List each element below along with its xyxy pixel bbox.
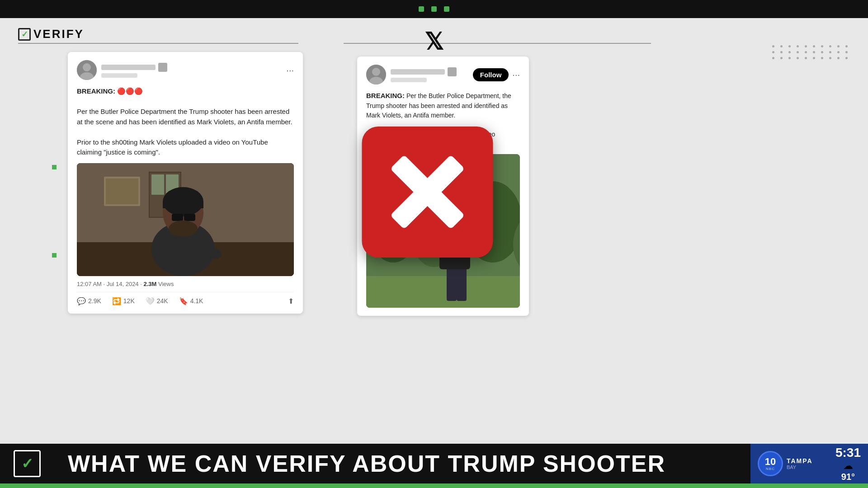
dot	[845, 51, 848, 53]
blurred-handle-left	[101, 73, 137, 78]
dot	[797, 45, 799, 47]
main-area: ✓ VERIFY 𝕏	[0, 18, 868, 488]
verify-logo-text: VERIFY	[33, 27, 84, 41]
dot	[813, 57, 815, 59]
verified-badge-left	[158, 63, 167, 72]
dot	[837, 57, 840, 59]
svg-point-22	[372, 68, 380, 76]
dot	[829, 45, 831, 47]
like-count: 24K	[157, 297, 168, 305]
false-indicator-overlay	[362, 127, 493, 258]
dot	[845, 57, 848, 59]
dot	[829, 57, 831, 59]
station-weather-area: 5:31 ☁ 91°	[835, 446, 861, 482]
tweet-username-block-left	[101, 63, 167, 78]
blurred-username-left	[101, 65, 156, 70]
dot	[813, 45, 815, 47]
decorative-dots-pattern	[772, 45, 850, 59]
tweet-more-button-right[interactable]: ···	[512, 70, 520, 80]
verified-badge-right	[448, 67, 457, 76]
breaking-label-right: BREAKING:	[366, 92, 405, 99]
headline-text: WHAT WE CAN VERIFY ABOUT TRUMP SHOOTER	[68, 450, 665, 477]
dot	[845, 45, 848, 47]
tweet-timestamp-left: 12:07 AM · Jul 14, 2024 · 2.3M Views	[77, 281, 294, 287]
share-action[interactable]: ⬆	[288, 297, 294, 305]
dot	[837, 45, 840, 47]
svg-rect-31	[457, 267, 467, 301]
top-bar	[0, 0, 868, 18]
svg-point-1	[83, 63, 91, 71]
comment-action[interactable]: 💬 2.9K	[77, 297, 101, 305]
green-indicator-top	[52, 165, 57, 169]
dot	[780, 51, 783, 53]
svg-rect-6	[106, 178, 138, 204]
dot	[788, 51, 791, 53]
tweet-text-1-left: Per the Butler Police Department the Tru…	[77, 108, 292, 126]
dot-2	[431, 6, 437, 12]
tweet-image-left	[77, 163, 294, 276]
dot	[797, 51, 799, 53]
svg-rect-15	[172, 214, 183, 221]
views-count: 2.3M	[143, 281, 156, 287]
views-label: Views	[158, 281, 174, 287]
tweet-body-left: BREAKING: 🔴🔴🔴 Per the Butler Police Depa…	[77, 86, 294, 158]
tweet-text-2-left: Prior to the sh00ting Mark Violets uploa…	[77, 138, 268, 156]
headline-bar: WHAT WE CAN VERIFY ABOUT TRUMP SHOOTER	[54, 444, 750, 483]
dot	[821, 45, 823, 47]
dot	[837, 51, 840, 53]
top-bar-dots	[419, 6, 449, 12]
dot	[772, 45, 774, 47]
station-bug: 10 NBC TAMPA BAY 5:31 ☁ 91°	[750, 444, 868, 483]
comment-count: 2.9K	[88, 297, 101, 305]
timestamp-text: 12:07 AM · Jul 14, 2024 ·	[77, 281, 143, 287]
verify-bug-checkmark: ✓	[14, 450, 41, 477]
dot	[772, 51, 774, 53]
divider-line-left	[18, 43, 298, 44]
divider-line-right	[344, 43, 651, 44]
dot	[805, 51, 807, 53]
dot	[797, 57, 799, 59]
svg-rect-14	[163, 202, 203, 208]
avatar-image-right	[366, 65, 386, 84]
green-accent-bar	[0, 483, 868, 488]
x-mark-cross	[382, 147, 473, 237]
follow-button[interactable]: Follow	[473, 68, 509, 81]
right-header-actions: Follow ···	[473, 68, 520, 81]
station-bay-text: BAY	[787, 465, 813, 470]
dot	[829, 51, 831, 53]
like-icon: 🤍	[146, 297, 155, 305]
green-indicator-bottom	[52, 253, 57, 258]
tweet-header-right: Follow ···	[366, 65, 520, 84]
dot-3	[444, 6, 449, 12]
dot	[813, 51, 815, 53]
tweet-actions-left: 💬 2.9K 🔁 12K 🤍 24K 🔖 4.1K ⬆	[77, 292, 294, 305]
dot	[805, 57, 807, 59]
dot	[805, 45, 807, 47]
verify-logo: ✓ VERIFY	[18, 27, 84, 41]
dot	[821, 57, 823, 59]
tweet-avatar-left	[77, 60, 97, 80]
station-temperature: 91°	[841, 472, 855, 482]
station-logo-area: 10 NBC TAMPA BAY	[758, 451, 813, 476]
dot-1	[419, 6, 424, 12]
share-icon: ⬆	[288, 297, 294, 305]
dot	[780, 45, 783, 47]
bookmark-action[interactable]: 🔖 4.1K	[179, 297, 203, 305]
dot	[788, 45, 791, 47]
retweet-icon: 🔁	[112, 297, 121, 305]
left-tweet-card: ··· BREAKING: 🔴🔴🔴 Per the Butler Police …	[68, 52, 303, 314]
retweet-action[interactable]: 🔁 12K	[112, 297, 135, 305]
station-circle-logo: 10 NBC	[758, 451, 783, 476]
svg-rect-8	[151, 174, 164, 195]
weather-icon: ☁	[843, 460, 853, 472]
lower-third-main-bar: ✓ WHAT WE CAN VERIFY ABOUT TRUMP SHOOTER…	[0, 444, 868, 483]
comment-icon: 💬	[77, 297, 86, 305]
tweet-avatar-right	[366, 65, 386, 84]
like-action[interactable]: 🤍 24K	[146, 297, 168, 305]
station-time: 5:31	[835, 446, 861, 460]
svg-rect-29	[366, 276, 520, 308]
tweet-user-info-left	[77, 60, 167, 80]
svg-rect-16	[184, 214, 195, 221]
dot	[772, 57, 774, 59]
tweet-more-button-left[interactable]: ···	[286, 65, 294, 75]
